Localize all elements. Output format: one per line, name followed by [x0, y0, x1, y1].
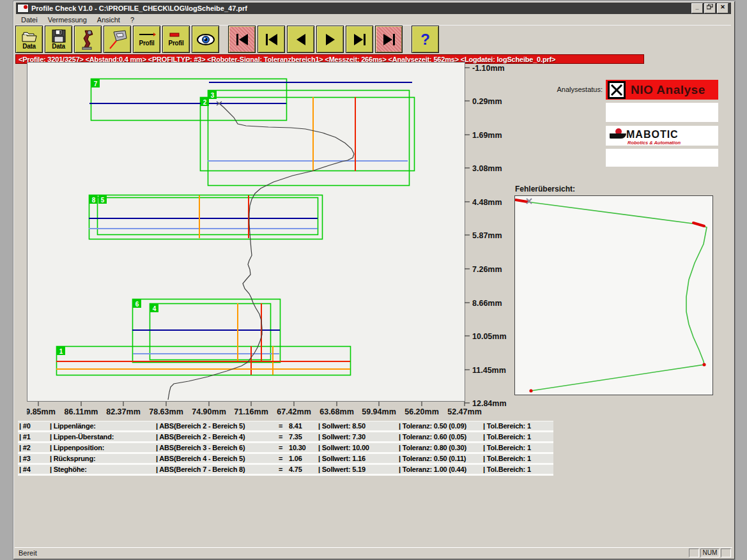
svg-text:7: 7 [94, 80, 98, 87]
analysis-status-badge: NIO Analyse [606, 80, 718, 100]
profile-chart: 73285641-1.10mm0.29mm1.69mm3.08mm4.48mm5… [27, 62, 519, 423]
help-button[interactable]: ? [412, 26, 439, 53]
table-cell: | Tol.Bereich: 1 [483, 465, 547, 473]
svg-text:1.69mm: 1.69mm [472, 131, 502, 140]
table-cell: | Toleranz: 1.00 (0.44) [399, 465, 483, 473]
table-cell: | #2 [18, 444, 50, 451]
table-cell: | Sollwert: 5.19 [318, 465, 399, 473]
table-cell: | Rücksprung: [50, 455, 156, 462]
svg-text:-1.10mm: -1.10mm [472, 64, 505, 73]
profil-edit-button[interactable]: Profil [133, 26, 160, 53]
brand-tagline: Robotics & Automation [628, 140, 718, 146]
menu-bar: DateiVermessungAnsicht? [16, 14, 731, 26]
menu-item-ansicht[interactable]: Ansicht [92, 15, 125, 24]
table-cell: | Toleranz: 0.60 (0.05) [399, 433, 483, 441]
svg-text:5.87mm: 5.87mm [472, 231, 502, 240]
button-label: Profil [169, 40, 184, 47]
table-cell: | #3 [18, 455, 50, 462]
table-row: | #3| Rücksprung:| ABS(Bereich 4 - Berei… [18, 454, 553, 463]
table-cell: | ABS(Bereich 4 - Bereich 5) [156, 455, 272, 462]
button-label: Profil [139, 40, 155, 47]
table-cell: | Toleranz: 0.50 (0.11) [399, 455, 483, 462]
pen-icon [138, 33, 156, 40]
restore-icon [707, 4, 713, 10]
table-cell: | Sollwert: 10.00 [318, 444, 399, 451]
status-detail-box [606, 103, 718, 122]
robot-arm-icon [79, 29, 98, 50]
scanner-button[interactable] [104, 26, 131, 53]
svg-text:0.29mm: 0.29mm [472, 97, 502, 106]
window-title: Profile Check V1.0 - C:\PROFILE_CHECK\LO… [31, 4, 247, 12]
svg-text:74.90mm: 74.90mm [192, 407, 226, 416]
help-icon: ? [420, 32, 430, 47]
app-icon [17, 4, 29, 13]
view-button[interactable] [192, 26, 219, 53]
table-cell: | Sollwert: 8.50 [318, 422, 399, 430]
close-button[interactable]: ✕ [717, 3, 728, 13]
svg-text:4.48mm: 4.48mm [472, 198, 502, 207]
mabotic-logo-icon [610, 128, 626, 140]
skip-to-last-icon [381, 32, 397, 47]
svg-text:6: 6 [135, 301, 139, 308]
menu-item-[interactable]: ? [125, 15, 139, 24]
profil-mark-button[interactable]: Profil [162, 26, 190, 53]
brand-name: MABOTIC [626, 130, 679, 140]
menu-item-vermessung[interactable]: Vermessung [43, 15, 92, 24]
nav-first-button[interactable] [228, 26, 256, 53]
measurement-results-table: | #0| Lippenlänge:| ABS(Bereich 2 - Bere… [18, 421, 553, 476]
table-cell: 1.06 [289, 455, 318, 462]
svg-text:82.37mm: 82.37mm [106, 407, 141, 416]
table-row: | #0| Lippenlänge:| ABS(Bereich 2 - Bere… [18, 421, 553, 430]
table-cell: = [272, 444, 289, 451]
table-cell: | Sollwert: 1.16 [318, 455, 399, 462]
status-pane [721, 549, 731, 557]
nav-prev-fast-button[interactable] [258, 26, 285, 53]
svg-text:2: 2 [203, 99, 207, 106]
table-cell: | Tol.Bereich: 1 [483, 455, 547, 462]
skip-to-first-icon [234, 32, 250, 47]
analysis-status-label: Analysestatus: [546, 86, 603, 93]
nav-next-button[interactable] [316, 26, 344, 53]
table-cell: 7.35 [289, 433, 318, 441]
button-label: Data [22, 43, 35, 50]
svg-text:11.45mm: 11.45mm [472, 366, 506, 375]
data-open-button[interactable]: Data [15, 26, 43, 53]
nav-next-fast-button[interactable] [346, 26, 373, 53]
svg-text:52.47mm: 52.47mm [447, 407, 482, 416]
minimize-button[interactable]: _ [691, 3, 703, 13]
table-cell: = [272, 433, 289, 441]
svg-text:8: 8 [92, 197, 96, 204]
table-cell: 10.30 [289, 444, 318, 451]
error-overview-chart [515, 196, 711, 393]
button-label: Data [52, 43, 65, 50]
svg-text:3: 3 [211, 92, 215, 99]
data-save-button[interactable]: Data [45, 26, 72, 53]
svg-text:78.63mm: 78.63mm [149, 407, 183, 416]
restore-button[interactable] [704, 3, 716, 13]
table-cell: = [272, 455, 289, 462]
svg-text:12.84mm: 12.84mm [472, 399, 507, 408]
vendor-logo: MABOTIC Robotics & Automation [606, 126, 718, 146]
table-cell: | ABS(Bereich 2 - Bereich 4) [156, 433, 272, 441]
next-marked-icon [351, 32, 368, 47]
laser-scanner-icon [107, 29, 128, 50]
nav-prev-button[interactable] [287, 26, 314, 53]
menu-item-datei[interactable]: Datei [16, 15, 43, 24]
table-cell: | ABS(Bereich 2 - Bereich 5) [156, 422, 272, 430]
open-folder-icon [21, 29, 38, 43]
svg-text:10.05mm: 10.05mm [472, 332, 507, 341]
status-message: Bereit [15, 549, 689, 557]
svg-text:8.66mm: 8.66mm [472, 299, 502, 308]
robot-button[interactable] [74, 26, 102, 53]
table-cell: = [272, 465, 289, 473]
marker-icon [167, 33, 185, 40]
nav-last-button[interactable] [375, 26, 403, 53]
title-bar[interactable]: Profile Check V1.0 - C:\PROFILE_CHECK\LO… [16, 3, 731, 14]
svg-text:7.26mm: 7.26mm [472, 265, 502, 274]
table-cell: 8.41 [289, 422, 318, 430]
status-detail-box [606, 149, 718, 167]
svg-text:5: 5 [101, 197, 105, 204]
table-cell: = [272, 422, 289, 430]
table-cell: | Tol.Bereich: 1 [483, 422, 547, 430]
nio-x-icon [608, 81, 626, 99]
